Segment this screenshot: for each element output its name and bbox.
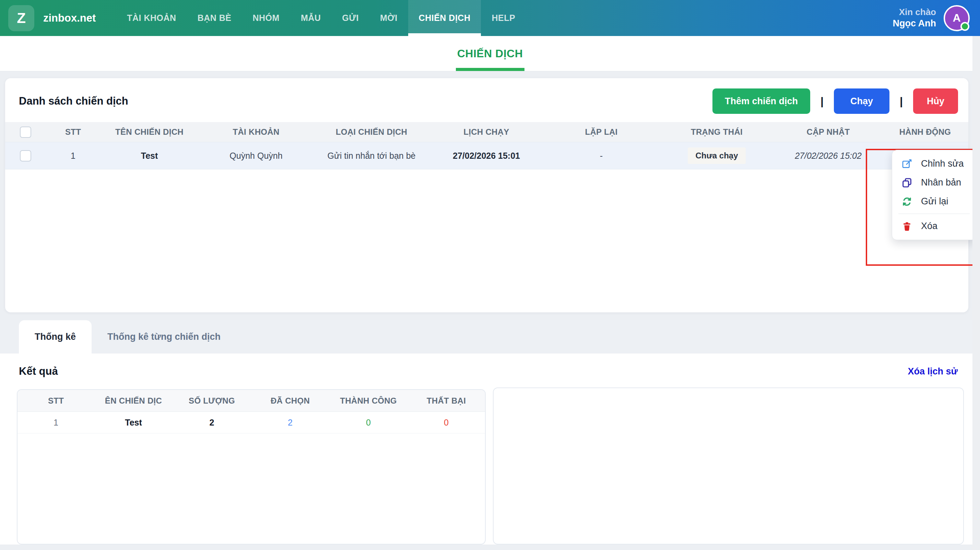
rcell-success: 0: [329, 418, 407, 428]
user-greeting: Xin chào Ngọc Anh: [893, 6, 936, 29]
brand[interactable]: Z zinbox.net: [0, 0, 116, 36]
page-title: CHIẾN DỊCH: [457, 47, 523, 60]
resend-icon: [901, 196, 913, 207]
row-checkbox[interactable]: [20, 150, 31, 162]
button-separator: |: [821, 95, 824, 108]
add-campaign-button[interactable]: Thêm chiến dịch: [713, 89, 810, 114]
avatar-letter: A: [953, 12, 961, 24]
menu-item-delete[interactable]: Xóa: [892, 217, 976, 235]
stats-panel: Kết quả Xóa lịch sử STT ÊN CHIẾN DỊC SỐ …: [0, 353, 980, 545]
user-name: Ngọc Anh: [893, 18, 936, 30]
duplicate-icon: [901, 177, 913, 189]
clear-history-link[interactable]: Xóa lịch sử: [908, 366, 958, 377]
campaign-actions: Thêm chiến dịch | Chạy | Hủy: [713, 89, 958, 114]
cell-updated: 27/02/2026 15:02: [775, 151, 882, 161]
brand-name: zinbox.net: [43, 12, 96, 24]
vertical-scrollbar[interactable]: [972, 36, 980, 550]
cell-repeat: -: [544, 151, 659, 161]
col-tai-khoan: TÀI KHOẢN: [198, 127, 314, 137]
stats-tab-bar: Thống kê Thống kê từng chiến dịch: [0, 320, 980, 353]
cell-campaign-type: Gửi tin nhắn tới bạn bè: [314, 151, 429, 161]
app-root: Z zinbox.net TÀI KHOẢN BẠN BÈ NHÓM MẪU G…: [0, 0, 980, 550]
col-lich-chay: LỊCH CHẠY: [429, 127, 544, 137]
edit-icon: [901, 158, 913, 170]
avatar[interactable]: A: [943, 5, 970, 31]
col-stt: STT: [46, 127, 100, 137]
logo-icon: Z: [8, 5, 34, 31]
rcol-stt: STT: [18, 396, 94, 405]
rcell-name: Test: [94, 418, 173, 428]
rcol-ten-chien-dich: ÊN CHIẾN DỊC: [94, 396, 173, 405]
rcell-selected: 2: [251, 418, 329, 428]
greeting-text: Xin chào: [893, 6, 936, 18]
col-loai-chien-dich: LOẠI CHIẾN DỊCH: [314, 127, 429, 137]
button-separator: |: [900, 95, 903, 108]
select-all-checkbox[interactable]: [20, 127, 31, 138]
nav-item-gui[interactable]: GỬI: [331, 0, 369, 36]
active-tab-underline: [456, 68, 525, 71]
rcell-failed: 0: [407, 418, 485, 428]
col-lap-lai: LẶP LẠI: [544, 127, 659, 137]
cell-stt: 1: [46, 151, 100, 161]
rcol-da-chon: ĐÃ CHỌN: [251, 396, 329, 405]
menu-item-label: Chỉnh sửa: [921, 158, 964, 169]
campaign-table-row[interactable]: 1 Test Quỳnh Quỳnh Gửi tin nhắn tới bạn …: [5, 142, 968, 169]
nav-item-chien-dich[interactable]: CHIẾN DỊCH: [408, 0, 481, 36]
rcell-quantity: 2: [173, 418, 251, 428]
results-table-header: STT ÊN CHIẾN DỊC SỐ LƯỢNG ĐÃ CHỌN THÀNH …: [18, 390, 485, 412]
col-trang-thai: TRẠNG THÁI: [659, 127, 775, 137]
results-detail-card: [493, 388, 964, 545]
rcell-stt: 1: [18, 418, 94, 428]
results-table-card: STT ÊN CHIẾN DỊC SỐ LƯỢNG ĐÃ CHỌN THÀNH …: [17, 389, 486, 545]
cell-status: Chưa chạy: [659, 148, 775, 164]
top-navbar: Z zinbox.net TÀI KHOẢN BẠN BÈ NHÓM MẪU G…: [0, 0, 980, 36]
menu-item-edit[interactable]: Chỉnh sửa: [892, 154, 976, 173]
col-hanh-dong: HÀNH ĐỘNG: [882, 127, 968, 137]
tab-thong-ke[interactable]: Thống kê: [19, 320, 92, 353]
trash-icon: [901, 221, 913, 232]
tab-thong-ke-tung-chien-dich[interactable]: Thống kê từng chiến dịch: [92, 320, 236, 353]
campaign-list-title: Danh sách chiến dịch: [19, 95, 128, 107]
cancel-button[interactable]: Hủy: [913, 89, 958, 114]
campaign-list-card: Danh sách chiến dịch Thêm chiến dịch | C…: [5, 78, 968, 312]
status-badge: Chưa chạy: [688, 148, 745, 164]
menu-item-duplicate[interactable]: Nhân bản: [892, 173, 976, 192]
online-status-dot: [961, 22, 969, 31]
nav-item-ban-be[interactable]: BẠN BÈ: [187, 0, 242, 36]
nav-item-nhom[interactable]: NHÓM: [242, 0, 290, 36]
results-table-row[interactable]: 1 Test 2 2 0 0: [18, 412, 485, 433]
tab-chien-dich[interactable]: CHIẾN DỊCH: [0, 36, 980, 71]
menu-item-label: Gửi lại: [921, 196, 948, 207]
nav-item-help[interactable]: HELP: [481, 0, 526, 36]
main-nav: TÀI KHOẢN BẠN BÈ NHÓM MẪU GỬI MỜI CHIẾN …: [116, 0, 526, 36]
menu-separator: [898, 214, 970, 214]
menu-item-resend[interactable]: Gửi lại: [892, 192, 976, 211]
menu-item-label: Nhân bản: [921, 177, 961, 188]
nav-item-moi[interactable]: MỜI: [369, 0, 408, 36]
navbar-right: Xin chào Ngọc Anh A: [893, 0, 980, 36]
campaign-table-header: STT TÊN CHIẾN DỊCH TÀI KHOẢN LOẠI CHIẾN …: [5, 122, 968, 142]
col-cap-nhat: CẬP NHẬT: [775, 127, 882, 137]
cell-schedule: 27/02/2026 15:01: [429, 151, 544, 161]
menu-item-label: Xóa: [921, 221, 937, 232]
campaign-table: STT TÊN CHIẾN DỊCH TÀI KHOẢN LOẠI CHIẾN …: [5, 122, 968, 169]
page-tab-bar: CHIẾN DỊCH: [0, 36, 980, 72]
cell-account: Quỳnh Quỳnh: [198, 151, 314, 161]
rcol-that-bai: THẤT BẠI: [407, 396, 485, 405]
cell-campaign-name: Test: [100, 151, 198, 161]
results-title: Kết quả: [19, 365, 58, 378]
col-ten-chien-dich: TÊN CHIẾN DỊCH: [100, 127, 198, 137]
row-action-menu: Chỉnh sửa Nhân bản Gửi lại: [892, 150, 976, 240]
rcol-so-luong: SỐ LƯỢNG: [173, 396, 251, 405]
nav-item-mau[interactable]: MẪU: [290, 0, 331, 36]
nav-item-tai-khoan[interactable]: TÀI KHOẢN: [116, 0, 186, 36]
rcol-thanh-cong: THÀNH CÔNG: [329, 396, 407, 405]
run-button[interactable]: Chạy: [834, 89, 889, 114]
